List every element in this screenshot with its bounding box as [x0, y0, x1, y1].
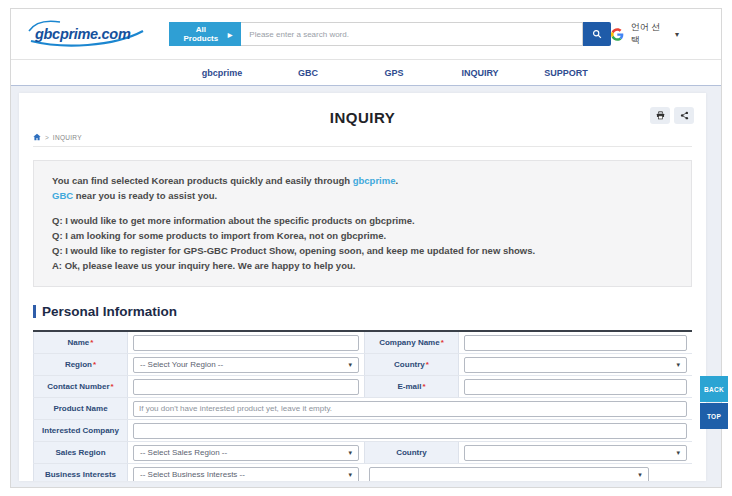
all-products-button[interactable]: All Products ▶	[169, 22, 241, 46]
section-accent-bar	[33, 305, 36, 318]
interested-company-field[interactable]	[133, 423, 687, 439]
section-title: Personal Information	[42, 304, 177, 319]
qa-line: Q: I would like to register for GPS-GBC …	[52, 244, 673, 259]
nav-item-gbc[interactable]: GBC	[265, 68, 351, 78]
share-button[interactable]	[674, 107, 694, 124]
contact-number-cell	[128, 376, 364, 397]
table-row: Interested Company	[33, 420, 692, 442]
required-marker: *	[111, 382, 114, 391]
site-logo[interactable]: gbcprime.com	[27, 18, 147, 50]
intro-line1-text: You can find selected Korean products qu…	[52, 175, 353, 186]
intro-spacer	[52, 203, 673, 214]
page: gbcprime.com All Products ▶	[0, 0, 732, 496]
country-required-cell: ▾	[459, 354, 692, 375]
gbc-link[interactable]: GBC	[52, 190, 73, 201]
top-button[interactable]: TOP	[700, 403, 728, 429]
intro-line-1: You can find selected Korean products qu…	[52, 174, 673, 189]
sales-region-select[interactable]: -- Select Sales Region --▾	[133, 445, 359, 461]
intro-line1-period: .	[395, 175, 398, 186]
print-button[interactable]	[650, 107, 670, 124]
label-text: Interested Company	[42, 426, 119, 435]
chevron-down-icon: ▾	[638, 471, 642, 479]
search-button[interactable]	[583, 22, 611, 46]
contact-number-label: Contact Number*	[33, 376, 128, 397]
print-icon	[656, 111, 665, 120]
qa-line: Q: I would like to get more information …	[52, 214, 673, 229]
sales-region-cell: -- Select Sales Region --▾	[128, 442, 364, 463]
product-name-field[interactable]	[133, 401, 687, 417]
nav-item-gbcprime[interactable]: gbcprime	[179, 68, 265, 78]
search-icon	[592, 29, 602, 39]
required-marker: *	[422, 382, 425, 391]
business-interests-label: Business Interests	[33, 464, 128, 481]
language-selector[interactable]: 언어 선택 ▾	[611, 21, 679, 47]
table-row: Business Interests -- Select Business In…	[33, 464, 692, 481]
company-name-cell	[459, 332, 692, 353]
qa-line: A: Ok, please leave us your inquiry here…	[52, 259, 673, 274]
arrow-right-icon: ▶	[228, 31, 233, 38]
breadcrumb: > INQUIRY	[33, 133, 692, 141]
chevron-down-icon: ▾	[348, 471, 352, 479]
product-name-label: Product Name	[33, 398, 128, 419]
select-value: -- Select Sales Region --	[140, 448, 227, 457]
share-icon	[680, 111, 689, 120]
required-marker: *	[90, 338, 93, 347]
region-cell: -- Select Your Region --▾	[128, 354, 364, 375]
chevron-down-icon: ▾	[675, 30, 679, 39]
breadcrumb-current: INQUIRY	[53, 134, 82, 141]
chevron-down-icon: ▾	[676, 361, 680, 369]
site-header: gbcprime.com All Products ▶	[11, 9, 721, 59]
nav-item-support[interactable]: SUPPORT	[523, 68, 609, 78]
label-text: Country	[394, 360, 425, 369]
label-text: Sales Region	[55, 448, 105, 457]
name-field[interactable]	[133, 335, 359, 351]
breadcrumb-separator: >	[45, 134, 49, 141]
country-optional-label: Country	[364, 442, 459, 463]
label-text: E-mail	[397, 382, 421, 391]
business-interests-secondary-cell: ▾	[364, 464, 692, 481]
business-interests-secondary-select[interactable]: ▾	[369, 467, 649, 481]
interested-company-cell	[128, 420, 692, 441]
home-icon[interactable]	[33, 133, 41, 141]
company-name-label: Company Name*	[364, 332, 459, 353]
required-marker: *	[93, 360, 96, 369]
table-row: Contact Number* E-mail*	[33, 376, 692, 398]
nav-item-inquiry[interactable]: INQUIRY	[437, 68, 523, 78]
contact-number-field[interactable]	[133, 379, 359, 395]
intro-line-2: GBC near you is ready to assist you.	[52, 189, 673, 204]
company-name-field[interactable]	[464, 335, 687, 351]
business-interests-cell: -- Select Business Interests --▾	[128, 464, 364, 481]
personal-information-header: Personal Information	[33, 304, 692, 319]
language-label: 언어 선택	[631, 21, 668, 47]
select-value: -- Select Business Interests --	[140, 470, 245, 479]
required-marker: *	[426, 360, 429, 369]
content-area: INQUIRY	[11, 86, 721, 487]
sales-region-label: Sales Region	[33, 442, 128, 463]
label-text: Country	[396, 448, 427, 457]
site-frame: gbcprime.com All Products ▶	[10, 8, 722, 488]
back-button[interactable]: BACK	[700, 376, 728, 402]
nav-item-gps[interactable]: GPS	[351, 68, 437, 78]
region-select[interactable]: -- Select Your Region --▾	[133, 357, 359, 373]
qa-line: Q: I am looking for some products to imp…	[52, 229, 673, 244]
required-marker: *	[441, 338, 444, 347]
search-input[interactable]	[241, 22, 583, 46]
business-interests-select[interactable]: -- Select Business Interests --▾	[133, 467, 359, 481]
country-optional-select[interactable]: ▾	[464, 445, 687, 461]
main-nav: gbcprime GBC GPS INQUIRY SUPPORT	[11, 59, 721, 86]
personal-information-form: Name* Company Name* Region* -- Select Yo…	[33, 330, 692, 481]
table-row: Sales Region -- Select Sales Region --▾ …	[33, 442, 692, 464]
intro-info-box: You can find selected Korean products qu…	[33, 160, 692, 287]
name-label: Name*	[33, 332, 128, 353]
label-text: Name	[68, 338, 90, 347]
search-bar: All Products ▶	[169, 22, 611, 46]
gbcprime-link[interactable]: gbcprime	[353, 175, 396, 186]
country-required-select[interactable]: ▾	[464, 357, 687, 373]
email-field[interactable]	[464, 379, 687, 395]
chevron-down-icon: ▾	[676, 449, 680, 457]
interested-company-label: Interested Company	[33, 420, 128, 441]
label-text: Contact Number	[47, 382, 109, 391]
name-cell	[128, 332, 364, 353]
intro-line2-text: near you is ready to assist you.	[73, 190, 217, 201]
label-text: Company Name	[379, 338, 439, 347]
